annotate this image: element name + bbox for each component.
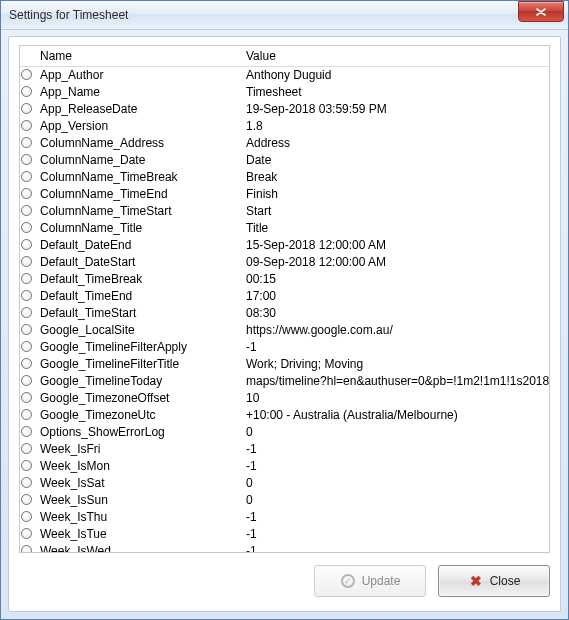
row-radio[interactable] xyxy=(20,205,36,216)
table-row[interactable]: Google_TimelineFilterApply-1 xyxy=(20,338,549,355)
list-header: Name Value xyxy=(20,46,549,67)
table-row[interactable]: Options_ShowErrorLog0 xyxy=(20,423,549,440)
row-radio[interactable] xyxy=(20,307,36,318)
table-row[interactable]: Default_TimeEnd17:00 xyxy=(20,287,549,304)
row-radio[interactable] xyxy=(20,460,36,471)
row-radio[interactable] xyxy=(20,188,36,199)
table-row[interactable]: Week_IsTue-1 xyxy=(20,525,549,542)
row-radio[interactable] xyxy=(20,528,36,539)
titlebar[interactable]: Settings for Timesheet xyxy=(1,1,568,30)
table-row[interactable]: App_NameTimesheet xyxy=(20,83,549,100)
row-radio[interactable] xyxy=(20,494,36,505)
table-row[interactable]: ColumnName_TimeStartStart xyxy=(20,202,549,219)
row-name: Google_LocalSite xyxy=(36,323,242,337)
row-value: -1 xyxy=(242,442,549,456)
row-value: -1 xyxy=(242,544,549,553)
row-radio[interactable] xyxy=(20,239,36,250)
row-value: -1 xyxy=(242,527,549,541)
table-row[interactable]: Week_IsWed-1 xyxy=(20,542,549,552)
row-radio[interactable] xyxy=(20,341,36,352)
table-row[interactable]: Google_LocalSitehttps://www.google.com.a… xyxy=(20,321,549,338)
row-value: 08:30 xyxy=(242,306,549,320)
table-row[interactable]: App_ReleaseDate19-Sep-2018 03:59:59 PM xyxy=(20,100,549,117)
row-name: Google_TimelineFilterApply xyxy=(36,340,242,354)
table-row[interactable]: Google_TimelineTodaymaps/timeline?hl=en&… xyxy=(20,372,549,389)
table-row[interactable]: Default_DateStart09-Sep-2018 12:00:00 AM xyxy=(20,253,549,270)
row-name: Google_TimezoneOffset xyxy=(36,391,242,405)
row-radio[interactable] xyxy=(20,392,36,403)
table-row[interactable]: ColumnName_TimeEndFinish xyxy=(20,185,549,202)
row-radio[interactable] xyxy=(20,137,36,148)
table-row[interactable]: ColumnName_AddressAddress xyxy=(20,134,549,151)
close-button-label: Close xyxy=(490,574,521,588)
table-row[interactable]: Week_IsSun0 xyxy=(20,491,549,508)
row-name: Week_IsWed xyxy=(36,544,242,553)
radio-icon xyxy=(21,256,32,267)
table-row[interactable]: ColumnName_TitleTitle xyxy=(20,219,549,236)
row-radio[interactable] xyxy=(20,273,36,284)
row-radio[interactable] xyxy=(20,69,36,80)
table-row[interactable]: Google_TimelineFilterTitleWork; Driving;… xyxy=(20,355,549,372)
row-value: 15-Sep-2018 12:00:00 AM xyxy=(242,238,549,252)
close-button[interactable]: ✖ Close xyxy=(438,565,550,597)
row-value: 00:15 xyxy=(242,272,549,286)
row-name: Default_DateEnd xyxy=(36,238,242,252)
row-radio[interactable] xyxy=(20,86,36,97)
row-radio[interactable] xyxy=(20,426,36,437)
row-value: 1.8 xyxy=(242,119,549,133)
row-name: Week_IsFri xyxy=(36,442,242,456)
row-value: 0 xyxy=(242,476,549,490)
table-row[interactable]: Week_IsFri-1 xyxy=(20,440,549,457)
radio-icon xyxy=(21,426,32,437)
row-value: Address xyxy=(242,136,549,150)
row-name: Google_TimelineToday xyxy=(36,374,242,388)
table-row[interactable]: Week_IsMon-1 xyxy=(20,457,549,474)
radio-icon xyxy=(21,545,32,552)
row-radio[interactable] xyxy=(20,256,36,267)
settings-list: Name Value App_AuthorAnthony DuguidApp_N… xyxy=(19,45,550,553)
table-row[interactable]: ColumnName_TimeBreakBreak xyxy=(20,168,549,185)
row-value: Break xyxy=(242,170,549,184)
table-row[interactable]: Week_IsThu-1 xyxy=(20,508,549,525)
row-radio[interactable] xyxy=(20,120,36,131)
radio-icon xyxy=(21,375,32,386)
radio-icon xyxy=(21,86,32,97)
table-row[interactable]: App_AuthorAnthony Duguid xyxy=(20,66,549,83)
row-name: ColumnName_Title xyxy=(36,221,242,235)
window-close-button[interactable] xyxy=(518,1,564,22)
row-radio[interactable] xyxy=(20,443,36,454)
row-radio[interactable] xyxy=(20,103,36,114)
row-radio[interactable] xyxy=(20,545,36,552)
row-radio[interactable] xyxy=(20,511,36,522)
row-radio[interactable] xyxy=(20,324,36,335)
table-row[interactable]: App_Version1.8 xyxy=(20,117,549,134)
row-radio[interactable] xyxy=(20,358,36,369)
row-radio[interactable] xyxy=(20,375,36,386)
header-value[interactable]: Value xyxy=(242,49,549,63)
radio-icon xyxy=(21,222,32,233)
header-name[interactable]: Name xyxy=(36,49,242,63)
row-name: Week_IsSat xyxy=(36,476,242,490)
radio-icon xyxy=(21,307,32,318)
table-row[interactable]: Google_TimezoneUtc+10:00 - Australia (Au… xyxy=(20,406,549,423)
row-value: https://www.google.com.au/ xyxy=(242,323,549,337)
table-row[interactable]: Week_IsSat0 xyxy=(20,474,549,491)
row-radio[interactable] xyxy=(20,154,36,165)
row-radio[interactable] xyxy=(20,477,36,488)
row-radio[interactable] xyxy=(20,171,36,182)
table-row[interactable]: Default_TimeBreak00:15 xyxy=(20,270,549,287)
row-value: Anthony Duguid xyxy=(242,68,549,82)
row-radio[interactable] xyxy=(20,290,36,301)
table-row[interactable]: ColumnName_DateDate xyxy=(20,151,549,168)
row-radio[interactable] xyxy=(20,222,36,233)
table-row[interactable]: Default_DateEnd15-Sep-2018 12:00:00 AM xyxy=(20,236,549,253)
radio-icon xyxy=(21,69,32,80)
table-row[interactable]: Default_TimeStart08:30 xyxy=(20,304,549,321)
row-value: 0 xyxy=(242,425,549,439)
row-radio[interactable] xyxy=(20,409,36,420)
table-row[interactable]: Google_TimezoneOffset10 xyxy=(20,389,549,406)
row-value: Timesheet xyxy=(242,85,549,99)
row-name: ColumnName_TimeStart xyxy=(36,204,242,218)
close-icon xyxy=(536,8,546,16)
row-value: +10:00 - Australia (Australia/Melbourne) xyxy=(242,408,549,422)
